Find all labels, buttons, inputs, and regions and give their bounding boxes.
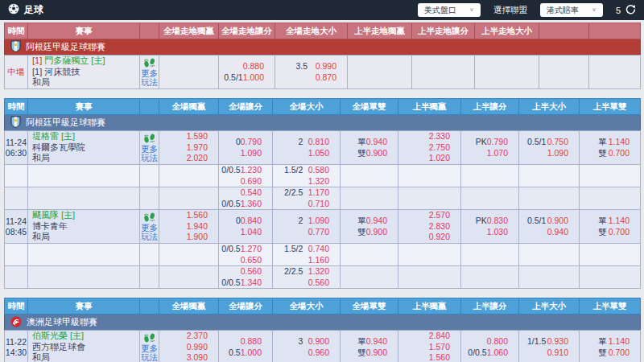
team-line[interactable]: 和局 bbox=[32, 232, 139, 243]
odds-value[interactable]: 1.340 bbox=[241, 278, 272, 289]
odds-value[interactable]: 0.830 bbox=[487, 216, 518, 227]
league-banner[interactable]: 阿根廷甲級足球聯賽 bbox=[5, 40, 640, 54]
odds-value[interactable]: 0.940 bbox=[366, 137, 398, 148]
odds-value[interactable]: 1.060 bbox=[487, 348, 518, 359]
odds-value[interactable]: 1.090 bbox=[241, 148, 272, 159]
odds-value[interactable]: 0.580 bbox=[303, 165, 340, 176]
odds-value[interactable]: 2.830 bbox=[427, 221, 460, 232]
odds-value[interactable]: 0.960 bbox=[303, 348, 340, 359]
refresh-icon[interactable] bbox=[625, 4, 636, 16]
odds-value[interactable]: 0.700 bbox=[607, 227, 640, 238]
odds-format-dropdown[interactable]: 美式盤口 ∨ bbox=[418, 3, 481, 17]
odds-value[interactable]: 1.170 bbox=[303, 187, 340, 199]
odds-value[interactable]: 1.020 bbox=[427, 153, 460, 164]
odds-value[interactable]: 0.750 bbox=[546, 137, 579, 148]
team-line[interactable]: 伯斯光榮 [主] bbox=[32, 331, 139, 342]
select-league-button[interactable]: 選擇聯盟 bbox=[493, 5, 527, 16]
odds-value[interactable]: 1.000 bbox=[243, 72, 275, 84]
odds-value[interactable]: 1.090 bbox=[546, 148, 579, 159]
odds-value[interactable]: 1.360 bbox=[241, 199, 272, 210]
more-plays-button[interactable]: 更多玩法 bbox=[140, 331, 159, 362]
odds-value[interactable]: 2.840 bbox=[427, 331, 460, 342]
odds-value[interactable]: 0.880 bbox=[243, 61, 275, 72]
more-plays-button[interactable]: 更多玩法 bbox=[140, 131, 159, 165]
odds-value[interactable]: 1.940 bbox=[186, 221, 218, 232]
more-plays-label: 玩法 bbox=[140, 154, 159, 163]
odds-value[interactable]: 1.140 bbox=[607, 137, 640, 148]
team-line[interactable]: 科爾多瓦學院 bbox=[32, 142, 139, 154]
odds-value[interactable]: 1.270 bbox=[241, 244, 272, 255]
odds-value[interactable]: 0.560 bbox=[303, 278, 340, 289]
odds-value[interactable]: 1.320 bbox=[303, 266, 340, 278]
odds-value[interactable]: 0.910 bbox=[546, 348, 579, 359]
odds-value[interactable]: 2.370 bbox=[186, 331, 218, 342]
odds-value[interactable]: 0.870 bbox=[308, 72, 347, 84]
team-line[interactable]: 和局 bbox=[32, 153, 139, 164]
sport-selector[interactable]: 足球 bbox=[8, 3, 43, 17]
odds-value[interactable]: 1.140 bbox=[607, 216, 640, 227]
odds-value[interactable]: 0.700 bbox=[607, 348, 640, 359]
odds-value[interactable]: 0.710 bbox=[303, 199, 340, 210]
odds-value[interactable]: 0.920 bbox=[427, 232, 460, 243]
odds-value[interactable]: 1.230 bbox=[241, 165, 272, 176]
odds-value[interactable]: 1.040 bbox=[241, 227, 272, 238]
odds-value[interactable]: 1.070 bbox=[487, 148, 518, 159]
odds-value[interactable]: 0.940 bbox=[546, 227, 579, 238]
odds-value[interactable]: 1.140 bbox=[607, 336, 640, 348]
odds-value[interactable]: 1.090 bbox=[303, 216, 340, 227]
odds-value[interactable]: 0.930 bbox=[546, 336, 579, 348]
team-line[interactable]: 颶風隊 [主] bbox=[32, 210, 139, 221]
league-banner[interactable]: 阿根廷甲級足球聯賽 bbox=[5, 116, 640, 130]
odds-value[interactable]: 0.880 bbox=[241, 336, 272, 348]
odds-value[interactable]: 1.000 bbox=[241, 348, 272, 359]
odds-value[interactable]: 2.020 bbox=[186, 153, 218, 164]
odds-value[interactable]: 0.840 bbox=[241, 216, 272, 227]
odds-value[interactable]: 2.330 bbox=[427, 131, 460, 142]
odds-value[interactable]: 3.090 bbox=[186, 352, 218, 362]
odds-value[interactable]: 0.810 bbox=[303, 137, 340, 148]
team-line[interactable]: 西方聯足球會 bbox=[32, 342, 139, 353]
odds-value[interactable]: 0.900 bbox=[366, 148, 398, 159]
odds-value[interactable]: 1.050 bbox=[303, 148, 340, 159]
odds-value[interactable]: 1.320 bbox=[303, 176, 340, 187]
odds-value[interactable]: 2.570 bbox=[427, 210, 460, 221]
odds-value[interactable]: 1.570 bbox=[427, 342, 460, 353]
odds-value[interactable]: 0.990 bbox=[186, 342, 218, 353]
odds-value[interactable]: 0.650 bbox=[241, 255, 272, 266]
odds-value[interactable]: 1.160 bbox=[303, 255, 340, 266]
odds-value[interactable]: 0.790 bbox=[487, 137, 518, 148]
league-banner[interactable]: 澳洲足球甲級聯賽 bbox=[5, 316, 640, 329]
odds-value[interactable]: 0.770 bbox=[303, 227, 340, 238]
odds-value[interactable]: 0.560 bbox=[241, 266, 272, 278]
odds-value[interactable]: 0.940 bbox=[366, 336, 398, 348]
odds-value[interactable]: 1.560 bbox=[186, 210, 218, 221]
odds-value[interactable]: 0.990 bbox=[308, 61, 347, 72]
odds-value[interactable]: 1.900 bbox=[186, 232, 218, 243]
team-line[interactable]: 博卡青年 bbox=[32, 221, 139, 232]
team-line[interactable]: [1] 河床競技 bbox=[32, 67, 139, 78]
team-line[interactable]: [1] 門多薩獨立 [主] bbox=[32, 56, 139, 67]
odds-value[interactable]: 0.700 bbox=[607, 148, 640, 159]
odds-type-dropdown[interactable]: 港式賠率 ∨ bbox=[540, 3, 603, 17]
more-plays-button[interactable]: 更多玩法 bbox=[140, 56, 159, 89]
odds-value[interactable]: 1.970 bbox=[186, 142, 218, 154]
odds-value[interactable]: 0.540 bbox=[241, 187, 272, 199]
odds-value[interactable]: 0.900 bbox=[303, 336, 340, 348]
odds-value[interactable]: 0.740 bbox=[303, 244, 340, 255]
odds-value[interactable]: 0.790 bbox=[241, 137, 272, 148]
odds-value[interactable]: 0.800 bbox=[487, 336, 518, 348]
team-line[interactable]: 和局 bbox=[32, 77, 139, 88]
odds-value[interactable]: 0.940 bbox=[366, 216, 398, 227]
odds-value[interactable]: 1.590 bbox=[186, 131, 218, 142]
odds-value[interactable]: 0.900 bbox=[366, 227, 398, 238]
odds-value[interactable]: 0.690 bbox=[241, 176, 272, 187]
handicap-value bbox=[159, 142, 186, 154]
odds-value[interactable]: 2.750 bbox=[427, 142, 460, 154]
odds-value[interactable]: 1.560 bbox=[427, 352, 460, 362]
odds-value[interactable]: 0.900 bbox=[546, 216, 579, 227]
odds-value[interactable]: 1.030 bbox=[487, 227, 518, 238]
team-line[interactable]: 堤格雷 [主] bbox=[32, 131, 139, 142]
more-plays-button[interactable]: 更多玩法 bbox=[140, 210, 159, 244]
team-line[interactable]: 和局 bbox=[32, 352, 139, 362]
odds-value[interactable]: 0.900 bbox=[366, 348, 398, 359]
